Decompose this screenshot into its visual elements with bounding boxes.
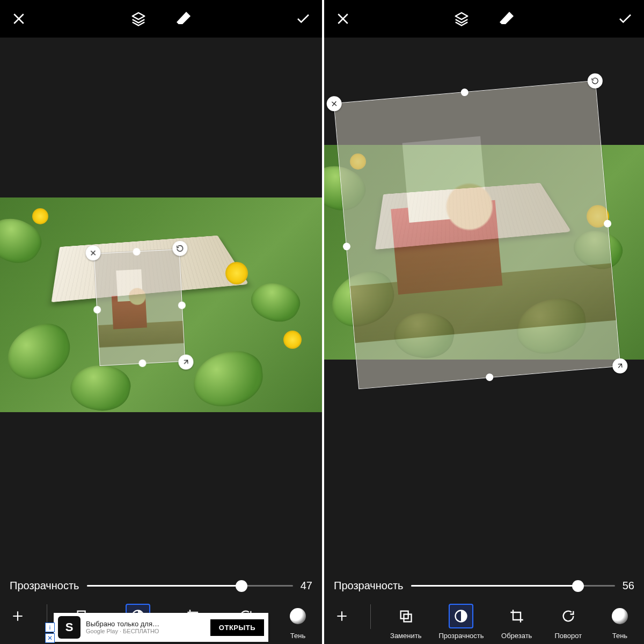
ad-banner[interactable]: i ✕ S Выбрано только для… Google Play · … xyxy=(54,613,268,642)
ad-logo: S xyxy=(58,616,80,639)
overlay-selection[interactable] xyxy=(94,249,186,366)
bottom-controls: Прозрачность 56 Заменить Прозрачность xyxy=(324,572,644,644)
ad-cta-button[interactable]: ОТКРЫТЬ xyxy=(210,619,264,636)
overlay-scale-icon[interactable] xyxy=(612,358,628,374)
editor-panel-right: Прозрачность 56 Заменить Прозрачность xyxy=(322,0,644,644)
opacity-slider[interactable] xyxy=(411,585,615,587)
tool-rotate[interactable]: Поворот xyxy=(550,604,587,640)
slider-label: Прозрачность xyxy=(334,580,404,592)
tool-opacity[interactable]: Прозрачность xyxy=(438,604,484,640)
top-toolbar xyxy=(324,0,644,38)
close-button[interactable] xyxy=(10,10,28,28)
add-button[interactable] xyxy=(5,604,30,640)
canvas[interactable] xyxy=(324,38,644,572)
slider-value: 47 xyxy=(301,580,312,592)
slider-thumb[interactable] xyxy=(236,580,247,592)
shadow-icon xyxy=(290,608,306,624)
ad-title: Выбрано только для… xyxy=(86,620,205,628)
opacity-slider[interactable] xyxy=(87,585,293,587)
shadow-icon xyxy=(612,608,628,624)
tool-replace[interactable]: Заменить xyxy=(387,604,425,640)
confirm-button[interactable] xyxy=(616,10,634,28)
overlay-scale-icon[interactable] xyxy=(178,354,194,370)
slider-thumb[interactable] xyxy=(572,580,584,592)
ad-subtitle: Google Play · БЕСПЛАТНО xyxy=(86,628,205,635)
ad-close-icon[interactable]: ✕ xyxy=(45,633,55,643)
canvas[interactable] xyxy=(0,38,322,572)
confirm-button[interactable] xyxy=(294,10,312,28)
add-button[interactable] xyxy=(330,604,354,640)
editor-panel-left: Прозрачность 47 Заменить Прозрачность xyxy=(0,0,322,644)
toolbar-divider xyxy=(370,604,371,629)
layers-icon[interactable] xyxy=(452,10,471,28)
eraser-icon[interactable] xyxy=(174,10,193,28)
overlay-selection[interactable] xyxy=(334,80,621,390)
layers-icon[interactable] xyxy=(129,10,148,28)
tool-shadow[interactable]: Тень xyxy=(601,604,639,640)
slider-value: 56 xyxy=(623,580,634,592)
close-button[interactable] xyxy=(334,10,352,28)
tool-shadow[interactable]: Тень xyxy=(279,604,317,640)
eraser-icon[interactable] xyxy=(497,10,516,28)
slider-label: Прозрачность xyxy=(10,580,79,592)
background-photo xyxy=(0,197,322,412)
top-toolbar xyxy=(0,0,322,38)
tool-crop[interactable]: Обрезать xyxy=(498,604,536,640)
ad-info-icon[interactable]: i xyxy=(45,623,55,632)
